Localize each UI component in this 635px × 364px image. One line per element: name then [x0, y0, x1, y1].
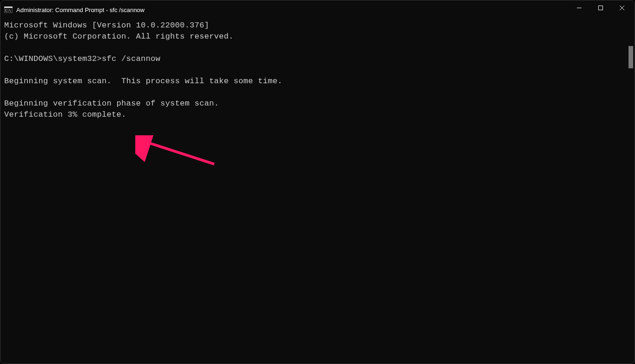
svg-text:C:\: C:\	[5, 9, 11, 13]
window-controls	[569, 0, 633, 19]
scrollbar-thumb[interactable]	[628, 46, 633, 68]
minimize-button[interactable]	[569, 0, 590, 15]
verification-progress-line: Verification 3% complete.	[4, 110, 126, 119]
titlebar[interactable]: C:\ Administrator: Command Prompt - sfc …	[0, 0, 635, 19]
prompt-text: C:\WINDOWS\system32>	[4, 54, 102, 63]
version-line: Microsoft Windows [Version 10.0.22000.37…	[4, 21, 209, 30]
window-title: Administrator: Command Prompt - sfc /sca…	[16, 7, 569, 13]
verification-phase-line: Beginning verification phase of system s…	[4, 99, 219, 108]
cmd-icon: C:\	[4, 7, 13, 13]
svg-rect-4	[599, 6, 603, 10]
svg-rect-1	[4, 7, 13, 8]
command-prompt-window: C:\ Administrator: Command Prompt - sfc …	[0, 0, 635, 364]
annotation-arrow-icon	[135, 135, 219, 168]
command-text: sfc /scannow	[102, 54, 160, 63]
terminal-output: Microsoft Windows [Version 10.0.22000.37…	[0, 19, 635, 121]
scan-begin-line: Beginning system scan. This process will…	[4, 77, 283, 86]
svg-line-8	[146, 142, 214, 164]
close-button[interactable]	[611, 0, 633, 15]
terminal-area[interactable]: Microsoft Windows [Version 10.0.22000.37…	[0, 19, 635, 364]
maximize-button[interactable]	[590, 0, 611, 15]
copyright-line: (c) Microsoft Corporation. All rights re…	[4, 32, 234, 41]
